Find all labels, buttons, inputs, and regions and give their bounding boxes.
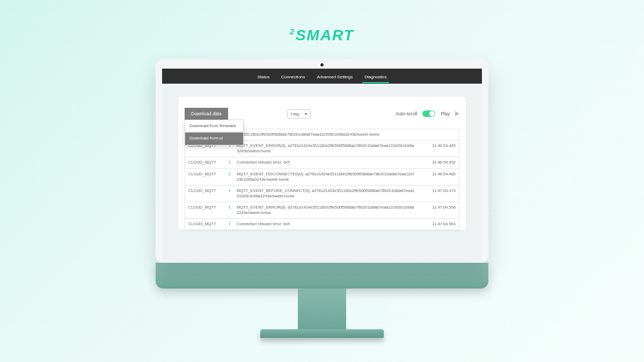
log-timestamp: 11:46:54.465 xyxy=(422,172,456,176)
log-message: Connection refused error: 0x5 xyxy=(237,160,418,165)
log-row: CLOUD_MQTTIMQTT_EVENT_ERROR(0): a2781d14… xyxy=(185,202,459,219)
download-data-button[interactable]: Download data xyxy=(185,108,228,120)
log-source: CLOUD_MQTT xyxy=(188,188,225,193)
tag-select-label: t tag: xyxy=(291,112,301,116)
tab-connections[interactable]: Connections xyxy=(279,70,307,83)
tab-status[interactable]: Status xyxy=(255,70,272,83)
log-row: CLOUD_MQTTIConnection refused error: 0x5… xyxy=(185,219,459,230)
app-viewport: StatusConnectionsAdvanced SettingsDiagno… xyxy=(162,69,482,263)
log-timestamp: 11:46:54.445 xyxy=(422,143,456,148)
log-timestamp: 11:47:04.473 xyxy=(422,188,456,193)
brand-logo: 2 SMART xyxy=(290,27,354,44)
screen-bezel: StatusConnectionsAdvanced SettingsDiagno… xyxy=(156,59,488,263)
log-message: MQTT_EVENT_ERROR(0): a2781d1424e35118bb2… xyxy=(237,205,418,216)
download-menu-item[interactable]: Download from ui xyxy=(185,132,243,144)
tag-select-box[interactable]: t tag: ▾ xyxy=(287,109,311,119)
log-source: CLOUD_MQTT xyxy=(188,205,225,210)
download-menu: Download from firmwareDownload from ui xyxy=(185,120,244,145)
log-source: CLOUD_MQTT xyxy=(188,221,225,226)
brand-sup: 2 xyxy=(290,27,295,36)
log-timestamp: 11:47:04.563 xyxy=(422,221,456,226)
log-message: MQTT_EVENT_DISCONNECTED(0): a2781d1424e3… xyxy=(237,172,418,182)
log-level: I xyxy=(229,188,232,193)
log-timestamp: 11:46:54.452 xyxy=(422,160,456,165)
diagnostics-panel: Download data Download from firmwareDown… xyxy=(178,97,466,230)
play-label: Play xyxy=(441,111,450,116)
device-stand-neck xyxy=(298,289,346,329)
log-source: CLOUD_MQTT xyxy=(188,172,225,176)
device-stand-base xyxy=(260,329,384,338)
brand-text: SMART xyxy=(296,27,354,44)
download-dropdown: Download data Download from firmwareDown… xyxy=(185,108,228,120)
log-level: I xyxy=(229,172,232,176)
camera-dot-icon xyxy=(320,63,324,67)
autoscroll-label: Auto-scroll xyxy=(396,111,417,116)
play-icon[interactable] xyxy=(455,111,459,116)
device-chin xyxy=(156,263,488,289)
log-level: I xyxy=(229,221,232,226)
log-row: CLOUD_MQTTIMQTT_EVENT_DISCONNECTED(0): a… xyxy=(185,169,459,186)
log-source: CLOUD_MQTT xyxy=(188,160,225,165)
log-row: CLOUD_MQTTIConnection refused error: 0x5… xyxy=(185,157,459,168)
top-nav: StatusConnectionsAdvanced SettingsDiagno… xyxy=(162,69,482,84)
chevron-down-icon: ▾ xyxy=(305,112,307,116)
tab-diagnostics[interactable]: Diagnostics xyxy=(362,70,389,83)
log-row: CLOUD_MQTTIMQTT_EVENT_BEFORE_CONNECT(0):… xyxy=(185,186,459,202)
log-message: MQTT_EVENT_BEFORE_CONNECT(0): a2781d1424… xyxy=(237,188,418,199)
log-message: 24e35118bb2ffe500f5888ab7862b10afa67eaa1… xyxy=(237,132,418,137)
log-timestamp: 11:47:04.556 xyxy=(422,205,456,210)
download-menu-item[interactable]: Download from firmware xyxy=(185,120,243,132)
device-frame: StatusConnectionsAdvanced SettingsDiagno… xyxy=(156,59,488,338)
log-message: Connection refused error: 0x5 xyxy=(237,221,418,227)
page-body: Download data Download from firmwareDown… xyxy=(162,84,482,230)
toolbar: Download data Download from firmwareDown… xyxy=(185,103,459,124)
tag-select: t tag: ▾ xyxy=(287,109,311,119)
log-level: I xyxy=(229,160,232,165)
log-level: I xyxy=(229,205,232,210)
right-controls: Auto-scroll Play xyxy=(396,110,459,117)
tab-advanced-settings[interactable]: Advanced Settings xyxy=(315,70,355,83)
log-message: MQTT_EVENT_ERROR(0): a2781d1424e35118bb2… xyxy=(237,143,418,154)
autoscroll-toggle[interactable] xyxy=(422,110,435,117)
